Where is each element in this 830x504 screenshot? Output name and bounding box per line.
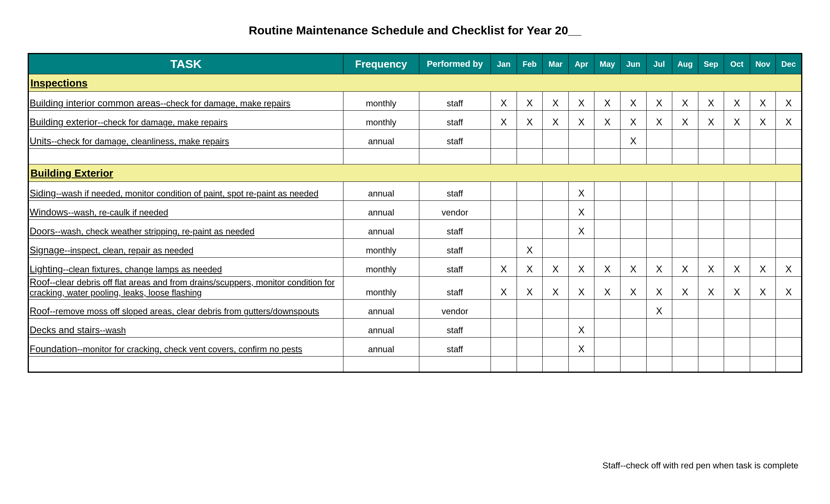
frequency-cell: monthly bbox=[343, 111, 419, 130]
page: Routine Maintenance Schedule and Checkli… bbox=[0, 0, 830, 504]
month-cell bbox=[646, 239, 672, 258]
month-cell bbox=[491, 220, 517, 239]
month-cell: X bbox=[776, 277, 802, 300]
month-cell: X bbox=[672, 277, 698, 300]
table-row: Siding--wash if needed, monitor conditio… bbox=[28, 182, 802, 201]
frequency-cell: monthly bbox=[343, 258, 419, 277]
task-desc: --clear debris off flat areas and from d… bbox=[30, 277, 335, 298]
month-cell bbox=[724, 319, 750, 338]
task-desc: --inspect, clean, repair as needed bbox=[64, 245, 194, 255]
month-cell bbox=[750, 201, 776, 220]
month-cell: X bbox=[568, 201, 594, 220]
task-cell: Decks and stairs--wash bbox=[28, 319, 343, 338]
month-cell: X bbox=[517, 277, 543, 300]
month-cell bbox=[568, 130, 594, 149]
task-desc: --check for damage, make repairs bbox=[160, 98, 290, 108]
col-month-apr: Apr bbox=[568, 54, 594, 74]
month-cell: X bbox=[491, 277, 517, 300]
section-heading: Building Exterior bbox=[28, 164, 802, 182]
task-desc: --wash if needed, monitor condition of p… bbox=[56, 189, 319, 198]
month-cell bbox=[568, 239, 594, 258]
table-row: Windows--wash, re-caulk if neededannualv… bbox=[28, 201, 802, 220]
month-cell bbox=[594, 201, 621, 220]
frequency-cell: annual bbox=[343, 201, 419, 220]
month-cell: X bbox=[698, 111, 724, 130]
task-name: Roof bbox=[30, 277, 50, 287]
month-cell bbox=[491, 182, 517, 201]
task-name: Windows bbox=[30, 207, 68, 217]
task-cell: Building interior common areas--check fo… bbox=[28, 92, 343, 111]
month-cell: X bbox=[543, 277, 569, 300]
month-cell: X bbox=[646, 300, 672, 319]
month-cell: X bbox=[750, 92, 776, 111]
month-cell: X bbox=[724, 111, 750, 130]
month-cell bbox=[672, 182, 698, 201]
month-cell: X bbox=[646, 92, 672, 111]
month-cell bbox=[698, 130, 724, 149]
task-name: Building exterior bbox=[30, 117, 98, 127]
performed-by-cell: staff bbox=[419, 111, 491, 130]
col-month-jun: Jun bbox=[620, 54, 646, 74]
month-cell: X bbox=[594, 258, 621, 277]
performed-by-cell: staff bbox=[419, 182, 491, 201]
table-row: Roof--clear debris off flat areas and fr… bbox=[28, 277, 802, 300]
col-month-jul: Jul bbox=[646, 54, 672, 74]
month-cell: X bbox=[646, 258, 672, 277]
month-cell bbox=[543, 338, 569, 357]
month-cell bbox=[620, 220, 646, 239]
month-cell bbox=[776, 220, 802, 239]
month-cell bbox=[750, 182, 776, 201]
task-desc: --wash, check weather stripping, re-pain… bbox=[55, 227, 255, 236]
month-cell: X bbox=[620, 92, 646, 111]
month-cell bbox=[543, 130, 569, 149]
task-desc: --remove moss off sloped areas, clear de… bbox=[50, 306, 319, 316]
month-cell bbox=[750, 220, 776, 239]
month-cell: X bbox=[568, 338, 594, 357]
month-cell bbox=[594, 300, 621, 319]
performed-by-cell: staff bbox=[419, 92, 491, 111]
month-cell bbox=[491, 300, 517, 319]
month-cell bbox=[776, 338, 802, 357]
table-row: Foundation--monitor for cracking, check … bbox=[28, 338, 802, 357]
month-cell bbox=[672, 130, 698, 149]
month-cell bbox=[672, 300, 698, 319]
table-body: InspectionsBuilding interior common area… bbox=[28, 74, 802, 372]
month-cell bbox=[698, 338, 724, 357]
col-month-oct: Oct bbox=[724, 54, 750, 74]
month-cell: X bbox=[543, 258, 569, 277]
month-cell: X bbox=[517, 239, 543, 258]
task-desc: --clean fixtures, change lamps as needed bbox=[63, 264, 222, 274]
month-cell: X bbox=[698, 258, 724, 277]
performed-by-cell: vendor bbox=[419, 300, 491, 319]
month-cell bbox=[724, 201, 750, 220]
frequency-cell: annual bbox=[343, 338, 419, 357]
month-cell: X bbox=[672, 92, 698, 111]
month-cell bbox=[517, 182, 543, 201]
table-row: Doors--wash, check weather stripping, re… bbox=[28, 220, 802, 239]
month-cell bbox=[672, 338, 698, 357]
month-cell: X bbox=[724, 92, 750, 111]
month-cell bbox=[672, 239, 698, 258]
month-cell: X bbox=[594, 111, 621, 130]
month-cell: X bbox=[698, 277, 724, 300]
col-month-jan: Jan bbox=[491, 54, 517, 74]
month-cell bbox=[594, 239, 621, 258]
month-cell bbox=[543, 300, 569, 319]
month-cell: X bbox=[620, 258, 646, 277]
month-cell bbox=[620, 319, 646, 338]
month-cell bbox=[724, 220, 750, 239]
performed-by-cell: staff bbox=[419, 220, 491, 239]
month-cell bbox=[620, 201, 646, 220]
month-cell bbox=[698, 182, 724, 201]
month-cell bbox=[672, 319, 698, 338]
month-cell: X bbox=[646, 277, 672, 300]
col-month-dec: Dec bbox=[776, 54, 802, 74]
month-cell: X bbox=[620, 111, 646, 130]
month-cell bbox=[646, 201, 672, 220]
frequency-cell: annual bbox=[343, 130, 419, 149]
month-cell: X bbox=[594, 92, 621, 111]
col-performed-by: Performed by bbox=[419, 54, 491, 74]
month-cell: X bbox=[750, 277, 776, 300]
month-cell bbox=[776, 319, 802, 338]
month-cell bbox=[543, 201, 569, 220]
